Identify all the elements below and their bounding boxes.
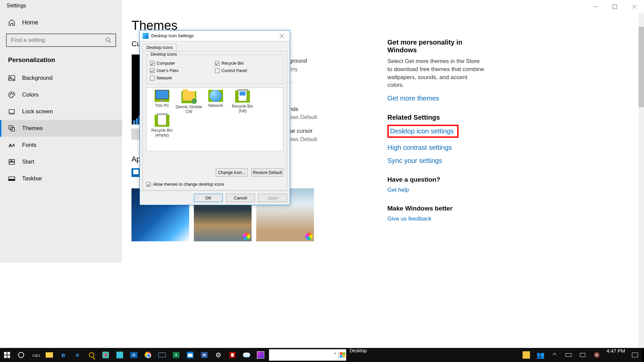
taskbar-chrome[interactable] bbox=[141, 348, 155, 362]
taskbar-word[interactable]: W bbox=[197, 348, 211, 362]
picture-icon bbox=[8, 74, 15, 82]
sidebar-item-lockscreen[interactable]: Lock screen bbox=[0, 103, 122, 120]
store-icon bbox=[116, 352, 123, 358]
taskbar-onedrive[interactable] bbox=[239, 348, 254, 362]
tray-overflow[interactable] bbox=[547, 348, 561, 362]
taskbar-app[interactable] bbox=[99, 348, 113, 362]
start-button[interactable] bbox=[0, 348, 14, 362]
cortana-button[interactable] bbox=[14, 348, 28, 362]
taskbar-outlook[interactable]: O bbox=[127, 348, 141, 362]
store-icon[interactable] bbox=[131, 168, 140, 177]
taskbar-paint3d[interactable] bbox=[254, 348, 268, 362]
question-heading: Have a question? bbox=[387, 176, 485, 183]
taskbar-ie[interactable]: e bbox=[70, 348, 85, 362]
go-icon[interactable] bbox=[339, 351, 346, 359]
tray-battery[interactable] bbox=[561, 348, 576, 362]
taskbar-edge[interactable]: e bbox=[56, 348, 70, 362]
sidebar-item-taskbar[interactable]: Taskbar bbox=[0, 170, 122, 187]
svg-rect-11 bbox=[9, 110, 15, 113]
link-high-contrast[interactable]: High contrast settings bbox=[387, 144, 485, 152]
taskbar-icon bbox=[8, 175, 15, 182]
tray-note-icon[interactable] bbox=[519, 348, 533, 362]
sidebar-item-background[interactable]: Background bbox=[0, 70, 122, 86]
change-icon-button[interactable]: Change Icon... bbox=[216, 168, 248, 177]
checkbox-allow-themes[interactable]: Allow themes to change desktop icons bbox=[146, 182, 224, 187]
show-desktop-button[interactable] bbox=[642, 348, 644, 362]
taskbar-ms-store[interactable] bbox=[183, 348, 197, 362]
restore-default-button[interactable]: Restore Default bbox=[251, 168, 283, 177]
maximize-button[interactable] bbox=[605, 0, 625, 13]
sidebar-item-label: Colors bbox=[22, 92, 39, 98]
action-center-button[interactable] bbox=[628, 348, 642, 362]
checkbox-label: Control Panel bbox=[222, 68, 247, 73]
settings-sidebar: Settings Home Personalization Background… bbox=[0, 0, 122, 263]
task-view-icon: ▭▭ bbox=[32, 352, 38, 358]
svg-rect-1 bbox=[613, 5, 617, 9]
checkbox-computer[interactable]: Computer bbox=[150, 61, 215, 66]
app-icon bbox=[102, 352, 109, 358]
link-sync-settings[interactable]: Sync your settings bbox=[387, 157, 485, 165]
cancel-button[interactable]: Cancel bbox=[226, 194, 255, 202]
link-desktop-icon-settings[interactable]: Desktop icon settings bbox=[390, 127, 454, 135]
settings-info-column: Get more personality in Windows Select G… bbox=[387, 39, 485, 228]
ok-button[interactable]: OK bbox=[194, 194, 223, 202]
sidebar-item-start[interactable]: Start bbox=[0, 154, 122, 170]
dialog-titlebar[interactable]: Desktop Icon Settings bbox=[140, 31, 290, 41]
icon-network[interactable]: Network bbox=[202, 90, 229, 114]
info-more-body: Select Get more themes in the Store to d… bbox=[387, 57, 485, 89]
display-icon bbox=[580, 353, 585, 357]
dialog-close-button[interactable] bbox=[276, 31, 287, 41]
icon-this-pc[interactable]: This PC bbox=[149, 90, 175, 114]
taskbar-file-explorer[interactable] bbox=[42, 348, 56, 362]
checkbox-users-files[interactable]: User's Files bbox=[150, 68, 215, 73]
minimize-button[interactable] bbox=[586, 0, 605, 13]
apply-button[interactable]: Apply bbox=[258, 194, 287, 202]
sidebar-item-home[interactable]: Home bbox=[0, 14, 122, 31]
sidebar-item-colors[interactable]: Colors bbox=[0, 86, 122, 103]
checkbox-network[interactable]: Network bbox=[150, 76, 215, 80]
search-field[interactable] bbox=[11, 37, 105, 44]
taskbar-search[interactable] bbox=[85, 348, 99, 362]
taskbar-laptop-app[interactable] bbox=[155, 348, 169, 362]
checkbox-icon bbox=[150, 61, 155, 66]
checkbox-icon bbox=[146, 182, 151, 187]
tray-volume[interactable]: 🔇 bbox=[590, 348, 604, 362]
scrollbar[interactable] bbox=[639, 13, 644, 348]
address-toolbar[interactable]: ˅ bbox=[269, 349, 346, 361]
checkbox-icon bbox=[150, 68, 155, 73]
tray-display[interactable] bbox=[576, 348, 590, 362]
sidebar-item-label: Background bbox=[22, 75, 53, 81]
laptop-icon bbox=[158, 353, 166, 357]
taskbar-clock[interactable]: 4:47 PM bbox=[604, 348, 628, 362]
speaker-icon: 🔇 bbox=[594, 352, 600, 358]
scrollbar-thumb[interactable] bbox=[639, 27, 644, 107]
link-get-help[interactable]: Get help bbox=[387, 187, 485, 193]
task-view-button[interactable]: ▭▭ bbox=[28, 348, 42, 362]
taskbar-acrobat[interactable] bbox=[225, 348, 239, 362]
taskbar-settings[interactable]: ⚙ bbox=[211, 348, 225, 362]
sidebar-item-fonts[interactable]: AA Fonts bbox=[0, 137, 122, 154]
sidebar-item-label: Themes bbox=[22, 125, 43, 132]
address-chevron-icon[interactable]: » bbox=[518, 345, 520, 359]
chevron-up-icon bbox=[552, 353, 556, 357]
checkbox-recycle-bin[interactable]: Recycle Bin bbox=[215, 61, 280, 66]
people-button[interactable]: 👥 bbox=[533, 348, 547, 362]
taskbar-excel[interactable]: X bbox=[169, 348, 183, 362]
search-input[interactable] bbox=[6, 34, 116, 47]
checkbox-control-panel[interactable]: Control Panel bbox=[215, 68, 280, 73]
cloud-icon bbox=[243, 353, 250, 357]
close-button[interactable] bbox=[625, 0, 644, 13]
sidebar-item-themes[interactable]: Themes bbox=[0, 120, 122, 137]
icon-recycle-empty[interactable]: Recycle Bin (empty) bbox=[149, 114, 175, 137]
link-get-more-themes[interactable]: Get more themes bbox=[387, 95, 485, 102]
action-center-icon bbox=[632, 353, 638, 357]
link-give-feedback[interactable]: Give us feedback bbox=[387, 216, 485, 222]
icon-recycle-full[interactable]: Recycle Bin (full) bbox=[229, 90, 256, 114]
better-heading: Make Windows better bbox=[387, 205, 485, 212]
icon-user-files[interactable]: Dennis Stroble CW bbox=[175, 90, 202, 114]
checkbox-icon bbox=[215, 61, 220, 66]
window-controls bbox=[586, 0, 644, 13]
tab-desktop-icons[interactable]: Desktop Icons bbox=[143, 44, 176, 51]
chevron-down-icon[interactable]: ˅ bbox=[332, 352, 338, 358]
taskbar-store[interactable] bbox=[113, 348, 127, 362]
